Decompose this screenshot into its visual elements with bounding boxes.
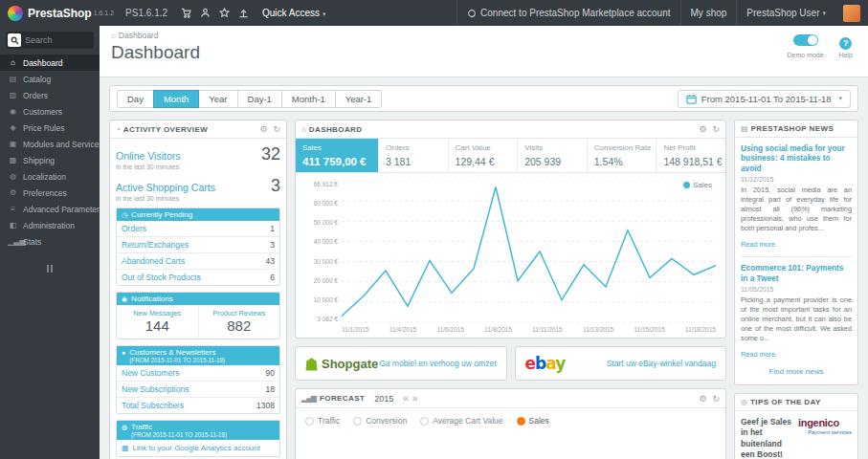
product-reviews-cell[interactable]: Product Reviews882 [198,305,280,339]
sidebar-item-label: Advanced Parameters [23,205,100,214]
kpi-net-profit[interactable]: Net Profit148 918,51 € [656,139,725,172]
upgrade-icon[interactable] [238,8,249,18]
sidebar-item-localization[interactable]: ◍Localization [0,168,100,185]
sales-chart[interactable]: Sales [342,181,716,322]
period-day-button[interactable]: Day [117,90,154,108]
find-more-news-link[interactable]: Find more news [741,367,852,376]
date-range-picker[interactable]: From 2015-11-01 To 2015-11-18 ▾ [678,90,851,108]
news-panel-title: PRESTASHOP NEWS [751,124,852,133]
news-article-title[interactable]: Ecommerce 101: Payments in a Tweet [741,263,852,283]
sidebar-item-shipping[interactable]: ▩Shipping [0,152,100,168]
prestashop-logo-icon[interactable] [8,6,23,21]
customers-newsletters-title: Customers & Newsletters [129,348,215,357]
total-subscribers-row[interactable]: Total Subscribers1308 [117,398,279,413]
my-shop-link[interactable]: My shop [680,0,737,26]
marketplace-connect-link[interactable]: Connect to PrestaShop Marketplace accoun… [456,0,679,26]
read-more-link[interactable]: Read more [741,240,775,249]
kpi-conversion-rate[interactable]: Conversion Rate1.54% [587,139,657,172]
tips-panel-body: Geef je Sales in het buitenland een Boos… [735,411,857,459]
activity-panel-body: Online Visitors 32 in the last 30 minute… [110,139,286,459]
avatar[interactable] [843,5,860,22]
kpi-sales[interactable]: Sales411 759,00 € [296,139,378,172]
breadcrumb[interactable]: ⌂Dashboard [111,31,857,40]
period-month-1-button[interactable]: Month-1 [281,90,336,108]
period-year-button[interactable]: Year [198,90,237,108]
plug-icon [467,9,477,18]
kpi-cart-value[interactable]: Cart Value129,44 € [448,139,518,172]
sidebar-item-price-rules[interactable]: ◈Price Rules [0,120,100,136]
shopgate-link[interactable]: Ga mobiel en verhoog uw omzet [379,359,496,368]
forecast-legend-average-cart-value[interactable]: Average Cart Value [420,416,502,426]
sidebar-item-stats[interactable]: ▁▃▅Stats [0,233,100,250]
sidebar-item-advanced-parameters[interactable]: ≡Advanced Parameters [0,201,100,217]
sidebar-item-dashboard[interactable]: ⌂Dashboard [0,55,100,71]
forecast-legend-traffic[interactable]: Traffic [305,416,340,426]
forecast-year-select[interactable]: 2015 [374,394,393,404]
new-subscriptions-row[interactable]: New Subscriptions18 [117,382,279,398]
sidebar-item-customers[interactable]: ◉Customers [0,103,100,120]
topbar: PrestaShop 1.6.1.2 PS1.6.1.2 Quick Acces… [0,0,868,26]
chart-legend[interactable]: Sales [683,181,712,189]
news-article: Using social media for your business: 4 … [741,143,852,251]
forecast-legend-sales[interactable]: Sales [517,416,549,426]
kpi-visits[interactable]: Visits205 939 [517,139,587,172]
sidebar-item-catalog[interactable]: ▤Catalog [0,71,100,87]
chevron-down-icon: ▾ [838,95,842,102]
forecast-legend-conversion[interactable]: Conversion [353,416,407,426]
next-icon[interactable]: » [412,393,418,404]
refresh-icon[interactable]: ↻ [712,124,720,134]
abandoned-carts-row[interactable]: Abandoned Carts43 [117,253,279,270]
profile-icon[interactable] [200,8,211,18]
ingenico-logo[interactable]: ingenico Payment services [798,417,852,459]
sidebar-item-label: Catalog [23,75,51,84]
shopping-bag-icon [305,357,318,371]
new-messages-cell[interactable]: New Messages144 [117,305,198,339]
out-of-stock-row[interactable]: Out of Stock Products6 [117,270,279,285]
kpi-orders[interactable]: Orders3 181 [378,139,448,172]
sidebar-item-modules[interactable]: ▣Modules and Services [0,136,100,152]
activity-overview-panel: ◔ ACTIVITY OVERVIEW ⚙ ↻ Online Visitors … [109,120,287,459]
notifications-section: ◉Notifications New Messages144 Product R… [116,292,280,339]
pending-returns-row[interactable]: Return/Exchanges3 [117,237,279,253]
sidebar-item-orders[interactable]: ▥Orders [0,87,100,103]
user-menu[interactable]: PrestaShop User▾ [736,0,835,26]
date-range-label: From 2015-11-01 To 2015-11-18 [701,94,832,104]
previous-icon[interactable]: « [403,393,409,404]
period-day-1-button[interactable]: Day-1 [237,90,282,108]
gear-icon[interactable]: ⚙ [259,124,267,134]
refresh-icon[interactable]: ↻ [273,124,280,134]
period-year-1-button[interactable]: Year-1 [335,90,383,108]
new-customers-row[interactable]: New Customers90 [117,365,279,382]
refresh-icon[interactable]: ↻ [712,394,720,404]
read-more-link[interactable]: Read more [741,350,775,359]
help-icon[interactable]: ? [839,37,852,50]
people-icon: ● [122,349,125,356]
cart-icon[interactable] [181,8,191,18]
ebay-logo[interactable]: ebay [525,354,566,373]
shopgate-logo[interactable]: Shopgate [305,357,378,371]
period-month-button[interactable]: Month [153,90,199,108]
star-icon[interactable] [219,8,230,18]
gear-icon[interactable]: ⚙ [699,394,706,404]
tips-top: Geef je Sales in het buitenland een Boos… [741,417,852,459]
sidebar-collapse-button[interactable] [44,265,56,273]
active-carts-row[interactable]: Active Shopping Carts 3 [116,176,280,196]
demo-mode-toggle[interactable] [793,34,818,46]
home-icon: ⌂ [111,32,116,40]
sidebar-item-label: Orders [23,91,48,100]
brand-name[interactable]: PrestaShop [28,7,92,20]
news-article-title[interactable]: Using social media for your business: 4 … [741,143,852,173]
ebay-link[interactable]: Start uw eBay-winkel vandaag [607,359,716,368]
activity-icon: ◔ [116,125,120,134]
sidebar-item-preferences[interactable]: ⚙Preferences [0,185,100,201]
news-article-excerpt: Picking a payment provider is one of the… [741,295,852,343]
gear-icon[interactable]: ⚙ [699,124,706,134]
quick-access-menu[interactable]: Quick Access▾ [262,8,326,18]
pending-orders-row[interactable]: Orders1 [117,221,279,237]
radio-icon [353,417,362,426]
online-visitors-row[interactable]: Online Visitors 32 [116,144,280,164]
search-input[interactable] [21,35,88,45]
search-icon[interactable] [8,33,21,47]
google-analytics-link[interactable]: ▦Link to your Google Analytics account [117,440,279,456]
sidebar-item-administration[interactable]: ◧Administration [0,217,100,233]
